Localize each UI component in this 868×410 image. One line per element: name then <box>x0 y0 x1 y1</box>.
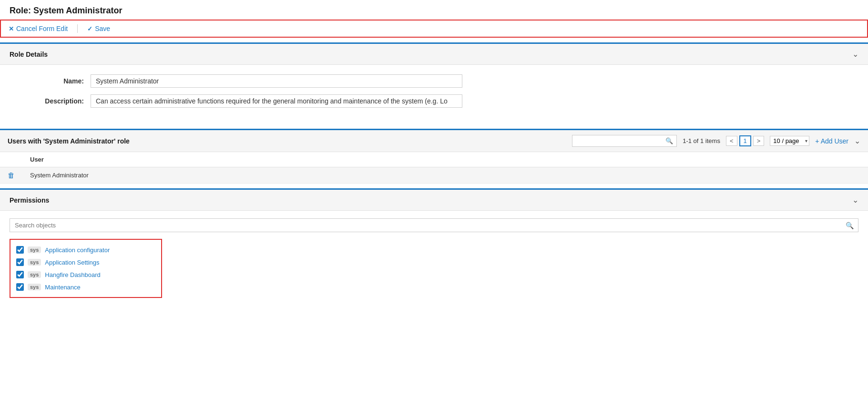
permission-label: Application configurator <box>45 246 110 254</box>
prev-page-button[interactable]: < <box>726 136 737 146</box>
role-details-title: Role Details <box>10 51 48 58</box>
users-section-chevron-icon: ⌄ <box>854 136 860 145</box>
toolbar: ✕ Cancel Form Edit ✓ Save <box>0 20 868 38</box>
pagination-info: 1-1 of 1 items <box>683 137 720 144</box>
page-wrapper: Role: System Administrator ✕ Cancel Form… <box>0 0 868 410</box>
permission-item: sys Maintenance <box>10 281 161 293</box>
permission-checkbox[interactable] <box>16 246 24 254</box>
permission-item: sys Application Settings <box>10 256 161 268</box>
permissions-header[interactable]: Permissions ⌄ <box>0 190 868 211</box>
name-row: Name: <box>14 74 854 88</box>
x-icon: ✕ <box>9 25 14 32</box>
permission-label: Maintenance <box>45 284 80 291</box>
page-size-wrapper: 10 / page 20 / page 50 / page ▾ <box>770 136 809 146</box>
users-section-title: Users with 'System Administrator' role <box>8 137 566 145</box>
role-details-chevron-icon: ⌄ <box>852 50 858 59</box>
page-1-button[interactable]: 1 <box>739 135 751 146</box>
permission-item: sys Hangfire Dashboard <box>10 268 161 281</box>
save-button[interactable]: ✓ Save <box>87 25 110 32</box>
description-input[interactable] <box>91 94 462 108</box>
page-title-bar: Role: System Administrator <box>0 0 868 20</box>
next-page-button[interactable]: > <box>753 136 765 146</box>
delete-user-button[interactable]: 🗑 <box>8 171 15 179</box>
permissions-title: Permissions <box>10 196 49 204</box>
permissions-list: sys Application configurator sys Applica… <box>10 239 162 298</box>
name-input[interactable] <box>91 74 462 88</box>
permission-tag: sys <box>28 259 41 266</box>
cancel-form-edit-button[interactable]: ✕ Cancel Form Edit <box>9 25 68 32</box>
users-table: User 🗑 System Administrator <box>0 152 868 184</box>
users-search-icon: 🔍 <box>665 137 673 144</box>
permission-tag: sys <box>28 246 41 253</box>
permissions-chevron-icon: ⌄ <box>852 195 858 205</box>
perm-search-wrapper: 🔍 <box>10 218 858 232</box>
permissions-section: Permissions ⌄ 🔍 sys Application configur… <box>0 188 868 306</box>
permission-label: Application Settings <box>45 259 99 266</box>
permission-tag: sys <box>28 271 41 278</box>
row-user-name: System Administrator <box>22 167 868 184</box>
col-user-header: User <box>22 152 868 167</box>
permission-checkbox[interactable] <box>16 283 24 291</box>
permission-checkbox[interactable] <box>16 271 24 278</box>
pagination-controls: < 1 > <box>726 135 764 146</box>
row-delete-cell: 🗑 <box>0 167 22 184</box>
page-title: Role: System Administrator <box>10 6 858 16</box>
description-label: Description: <box>14 94 91 105</box>
add-user-button[interactable]: + Add User <box>815 137 848 145</box>
role-details-section: Role Details ⌄ Name: Description: <box>0 42 868 124</box>
page-size-select[interactable]: 10 / page 20 / page 50 / page <box>770 136 809 146</box>
cancel-label: Cancel Form Edit <box>16 25 68 32</box>
permission-label: Hangfire Dashboard <box>45 271 100 278</box>
permissions-search-input[interactable] <box>10 218 858 232</box>
col-action-header <box>0 152 22 167</box>
users-search-input[interactable] <box>572 135 677 147</box>
permission-tag: sys <box>28 284 41 290</box>
name-label: Name: <box>14 74 91 85</box>
save-label: Save <box>95 25 110 32</box>
users-section: Users with 'System Administrator' role 🔍… <box>0 129 868 184</box>
description-row: Description: <box>14 94 854 108</box>
permission-item: sys Application configurator <box>10 244 161 256</box>
users-header: Users with 'System Administrator' role 🔍… <box>0 130 868 152</box>
role-details-body: Name: Description: <box>0 65 868 124</box>
users-search-wrapper: 🔍 <box>572 135 677 147</box>
role-details-header[interactable]: Role Details ⌄ <box>0 44 868 65</box>
permissions-body: 🔍 sys Application configurator sys Appli… <box>0 211 868 306</box>
permissions-search-icon: 🔍 <box>846 222 854 229</box>
toolbar-separator <box>77 24 78 33</box>
permission-checkbox[interactable] <box>16 258 24 266</box>
check-icon: ✓ <box>87 25 92 32</box>
table-row: 🗑 System Administrator <box>0 167 868 184</box>
